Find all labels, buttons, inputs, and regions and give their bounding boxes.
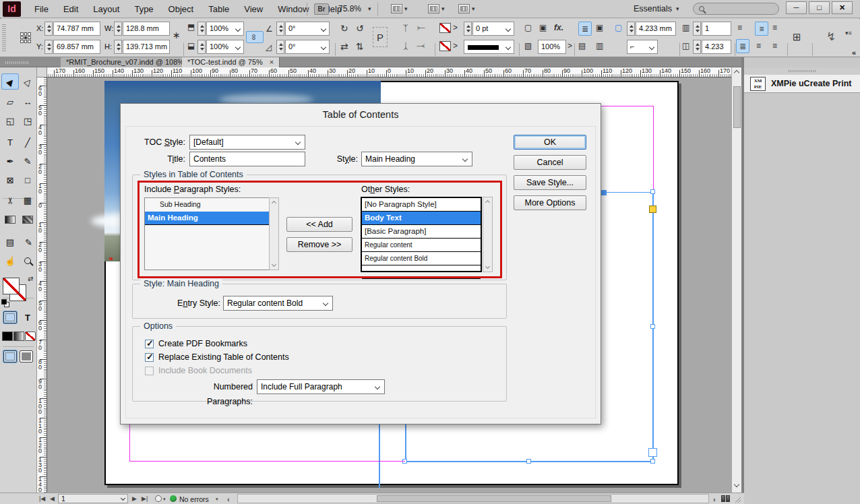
bridge-button[interactable]: Br [314, 3, 329, 15]
pen-tool[interactable]: ✒ [2, 154, 18, 168]
eyedropper-tool[interactable]: ✐ [20, 234, 36, 249]
stroke-type-dropdown[interactable] [464, 40, 514, 54]
y-spinner[interactable] [44, 40, 53, 54]
screen-mode-caret-icon[interactable]: ▾ [404, 5, 408, 12]
frame-edge-left-column[interactable] [379, 424, 380, 488]
checkbox-icon[interactable]: ✓ [145, 353, 154, 362]
horizontal-scrollbar[interactable] [237, 494, 709, 503]
object-effects-icon[interactable]: ▢ [524, 23, 532, 32]
view-options-caret-icon[interactable]: ▾ [472, 5, 475, 12]
swap-fill-stroke-icon[interactable]: ⇄ [28, 275, 33, 282]
align-top-icon[interactable]: ≡ [755, 22, 768, 36]
gap-tool[interactable]: ↔ [20, 94, 36, 109]
minimize-button[interactable]: ─ [786, 1, 807, 14]
default-fill-stroke-icon[interactable] [1, 299, 9, 307]
list-item[interactable]: Regular content Bold [362, 252, 481, 265]
rotate-cw-icon[interactable]: ↻ [340, 23, 348, 34]
add-button[interactable]: << Add [286, 217, 352, 232]
wrap-none-icon[interactable]: ≣ [578, 22, 592, 36]
h-spinner[interactable] [114, 40, 122, 54]
free-transform-tool[interactable]: ▦ [20, 193, 36, 208]
reference-point-proxy[interactable] [20, 32, 31, 43]
other-styles-list[interactable]: [No Paragraph Style]Body Text[Basic Para… [361, 197, 482, 272]
page-number-combo[interactable]: 1 [58, 494, 128, 503]
scale-x-spinner[interactable] [197, 22, 206, 36]
hand-tool[interactable]: ☝ [2, 253, 18, 268]
align-center-icon[interactable]: ≡ [772, 23, 777, 32]
wrap-around-icon[interactable]: ▣ [596, 23, 603, 32]
search-input[interactable] [693, 3, 779, 15]
scissors-tool[interactable]: ✂ [2, 193, 18, 208]
menu-type[interactable]: Type [127, 0, 160, 18]
horizontal-ruler[interactable]: 1701601501401301201101009080706050403020… [47, 67, 731, 77]
justify-icon[interactable]: ≡ [737, 23, 742, 32]
h-field[interactable]: 139.713 mm [123, 40, 170, 54]
previous-page-button[interactable]: ◀ [50, 495, 55, 502]
preflight-icon[interactable] [155, 495, 162, 502]
selection-tool[interactable]: ▶ [2, 74, 18, 89]
menu-view[interactable]: View [237, 0, 270, 18]
y-field[interactable]: 69.857 mm [53, 40, 100, 54]
resize-grip[interactable] [734, 496, 741, 503]
content-collector-tool[interactable]: ◱ [2, 113, 18, 128]
panel-menu-icon[interactable]: ▾≡ [845, 30, 852, 36]
note-tool[interactable]: ▤ [2, 234, 18, 249]
checkbox-icon[interactable] [145, 367, 154, 375]
type-tool[interactable]: T [2, 135, 18, 150]
frame-guide-magenta-bottom[interactable] [129, 461, 405, 462]
scale-y-spinner[interactable] [197, 40, 206, 54]
zoom-caret-icon[interactable]: ▾ [368, 5, 371, 12]
wrap-shape-icon[interactable]: ▥ [596, 41, 603, 51]
pencil-tool[interactable]: ✎ [20, 154, 36, 168]
corner-radius-field[interactable]: 4.233 mm [636, 22, 676, 36]
frame-handle-top-right[interactable] [650, 189, 655, 194]
list-item[interactable]: Main Heading [145, 212, 278, 225]
fill-flyout-icon[interactable]: > [453, 23, 458, 32]
scale-y-dropdown[interactable]: 100% [206, 40, 244, 54]
vertical-scrollbar[interactable] [731, 67, 741, 493]
first-page-button[interactable]: |◀ [39, 495, 45, 502]
arrange-documents-button[interactable] [428, 4, 439, 13]
frame-handle-mid-right[interactable] [650, 324, 655, 329]
constrain-dimensions-icon[interactable]: ∗ [173, 30, 181, 40]
frame-guide-magenta-top[interactable] [601, 106, 654, 106]
tab-toc-test[interactable]: *TOC-test.indd @ 75%× [182, 57, 280, 67]
workspace-switcher[interactable]: Essentials [634, 4, 672, 13]
frame-guide-magenta-right[interactable] [653, 106, 654, 192]
list-item[interactable]: Sub Heading [145, 198, 278, 212]
corner-shape-dropdown[interactable]: ⌐ [627, 40, 658, 54]
x-spinner[interactable] [44, 22, 53, 36]
preflight-caret-icon[interactable]: ▾ [163, 497, 166, 502]
pages-icon[interactable] [721, 495, 730, 502]
align-justify-icon[interactable]: ≡ [772, 41, 777, 51]
frame-anchor-point[interactable] [601, 190, 607, 195]
frame-fitting-icon[interactable]: ⊞ [793, 31, 801, 43]
gutter-field[interactable]: 4.233 m [702, 40, 731, 54]
constrain-scale-link-icon[interactable]: ∞ [246, 31, 264, 43]
list-item[interactable]: Regular content [362, 239, 481, 252]
select-previous-icon[interactable]: ᛉ [416, 26, 426, 31]
remove-button[interactable]: Remove >> [286, 237, 352, 252]
opacity-field[interactable]: 100% [538, 40, 566, 54]
other-list-scrollbar[interactable] [483, 197, 493, 272]
frame-edge-column[interactable] [405, 424, 406, 462]
toc-style-dropdown[interactable]: [Default] [189, 135, 305, 150]
rotation-dropdown[interactable]: 0° [285, 22, 330, 36]
scroll-down-icon[interactable] [734, 482, 739, 487]
last-page-button[interactable]: ▶| [142, 495, 148, 502]
opacity-flyout-icon[interactable]: > [567, 41, 572, 51]
select-next-icon[interactable]: ᛉ [416, 44, 426, 49]
scale-x-dropdown[interactable]: 100% [206, 22, 244, 36]
view-options-button[interactable] [458, 4, 470, 13]
gradient-swatch-tool[interactable] [2, 212, 18, 227]
gradient-feather-tool[interactable] [20, 212, 36, 227]
horizontal-scrollbar-thumb[interactable] [377, 495, 611, 502]
stroke-weight-spinner[interactable] [464, 22, 472, 36]
list-item[interactable] [362, 265, 481, 279]
flip-vertical-icon[interactable]: ⇅ [356, 41, 364, 52]
frame-handle-bottom-mid[interactable] [526, 459, 531, 464]
zoom-level-dropdown[interactable]: 75.8% [338, 4, 361, 13]
align-left-icon[interactable]: ≣ [736, 39, 749, 53]
direct-selection-tool[interactable]: ▷ [20, 74, 36, 89]
workspace-caret-icon[interactable]: ▾ [676, 5, 679, 12]
